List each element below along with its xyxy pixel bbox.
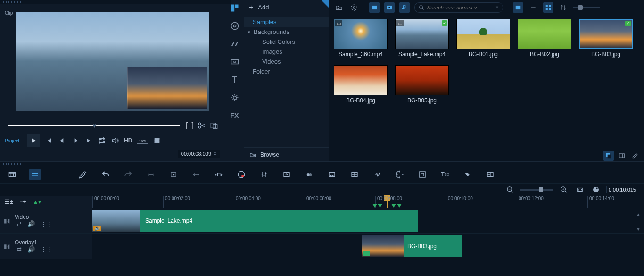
marker-toggle-icon[interactable]: ▲▾ xyxy=(33,199,41,205)
add-track-icon[interactable]: ≡+ xyxy=(20,199,26,205)
fit-project-button[interactable] xyxy=(574,184,586,195)
subtitle-button[interactable] xyxy=(326,169,338,180)
view-grid-button[interactable] xyxy=(543,2,553,13)
split-clip-icon[interactable] xyxy=(210,121,218,130)
add-folder-button[interactable]: + Add xyxy=(244,0,329,15)
video-track-header[interactable]: ▮◖ Video ⇄ 🔊 ⋮⋮ xyxy=(0,208,92,233)
link-icon[interactable]: ⇄ xyxy=(17,246,22,253)
multi-trim-button[interactable] xyxy=(304,169,315,180)
resize-button[interactable] xyxy=(153,136,161,145)
home-button[interactable] xyxy=(45,136,53,145)
filter-audio-button[interactable] xyxy=(399,2,410,13)
preview-grip[interactable] xyxy=(0,0,225,4)
stretch-tool-button[interactable] xyxy=(190,169,202,180)
filter-photo-button[interactable] xyxy=(384,2,395,13)
preview-timecode[interactable]: 00:00:08:009 ▲▼ xyxy=(178,150,220,158)
auto-music-button[interactable] xyxy=(281,169,292,180)
slide-tool-button[interactable] xyxy=(213,169,224,180)
timeline-timecode[interactable]: 0:00:10:015 xyxy=(606,186,638,193)
text-category-icon[interactable]: T xyxy=(230,75,240,85)
thumb-5[interactable]: BG-B04.jpg xyxy=(334,65,388,104)
library-pin-icon[interactable] xyxy=(603,151,614,161)
capture-button[interactable] xyxy=(349,2,359,13)
view-list-button[interactable] xyxy=(528,2,538,13)
thumb-3[interactable]: BG-B02.jpg xyxy=(518,19,571,58)
transition-category-icon[interactable] xyxy=(230,39,240,49)
end-button[interactable] xyxy=(84,136,93,145)
tools-button[interactable] xyxy=(77,169,89,180)
play-button[interactable] xyxy=(27,134,40,147)
mute-icon[interactable]: 🔊 xyxy=(27,220,35,227)
undo-button[interactable] xyxy=(100,169,111,180)
hd-toggle[interactable]: HD xyxy=(124,137,132,144)
thumb-0[interactable]: ▭Sample_360.mp4 xyxy=(334,19,388,58)
tree-backgrounds[interactable]: ▾Backgrounds xyxy=(244,27,329,37)
title-category-icon[interactable]: AB xyxy=(230,57,240,67)
clear-search-icon[interactable]: × xyxy=(495,4,499,11)
scrub-marker[interactable]: ♥ xyxy=(92,122,96,129)
fx-category-icon[interactable]: FX xyxy=(230,110,240,121)
mark-out[interactable]: ] xyxy=(192,121,194,130)
zoom-slider[interactable] xyxy=(520,189,553,191)
mute-icon[interactable]: 🔊 xyxy=(27,246,35,253)
thumb-6[interactable]: BG-B05.jpg xyxy=(395,65,449,104)
thumb-4[interactable]: ✓BG-B03.jpg xyxy=(579,19,633,58)
3d-title-button[interactable]: T3D xyxy=(439,169,451,180)
preview-canvas[interactable] xyxy=(0,4,225,119)
view-thumbnails-button[interactable] xyxy=(513,2,523,13)
browse-button[interactable]: Browse xyxy=(244,147,329,161)
aspect-ratio[interactable]: 16:9 xyxy=(137,138,148,144)
next-frame-button[interactable] xyxy=(71,136,80,145)
timeline-grip[interactable] xyxy=(0,162,644,166)
library-grip[interactable] xyxy=(225,0,231,4)
track-motion-button[interactable] xyxy=(394,169,405,180)
overlay-preview[interactable] xyxy=(127,67,207,109)
multicam-button[interactable] xyxy=(349,169,360,180)
track-manager-icon[interactable]: ☰± xyxy=(5,199,13,205)
thumb-2[interactable]: BG-B01.jpg xyxy=(456,19,510,58)
motion-button[interactable] xyxy=(372,169,383,180)
tree-images[interactable]: Images xyxy=(244,47,329,57)
edit-icon[interactable] xyxy=(630,151,640,161)
video-clip[interactable]: Sample_Lake.mp4 xyxy=(92,210,418,232)
redo-button[interactable] xyxy=(123,169,134,180)
overlay-clip[interactable]: BG-B03.jpg xyxy=(362,235,462,257)
zoom-out-button[interactable] xyxy=(504,184,516,195)
media-category-icon[interactable] xyxy=(230,3,240,13)
timeline-view-button[interactable] xyxy=(29,169,41,180)
sort-button[interactable] xyxy=(558,2,569,13)
audio-mixer-button[interactable] xyxy=(258,169,270,180)
mark-in[interactable]: [ xyxy=(186,121,188,130)
prev-frame-button[interactable] xyxy=(58,136,66,145)
overlay-track-header[interactable]: ▮◖ Overlay1 ⇄ 🔊 ⋮⋮ xyxy=(0,234,92,259)
overlay-category-icon[interactable] xyxy=(230,92,240,103)
storyboard-view-button[interactable] xyxy=(7,169,18,180)
record-button[interactable] xyxy=(236,169,247,180)
scrub-bar[interactable]: ♥ xyxy=(8,125,180,126)
audio-category-icon[interactable] xyxy=(230,21,240,31)
thumb-1[interactable]: ▭✓Sample_Lake.mp4 xyxy=(395,19,449,58)
scissors-icon[interactable] xyxy=(198,121,206,130)
tree-samples[interactable]: Samples xyxy=(244,17,329,27)
split-screen-button[interactable] xyxy=(485,169,496,180)
project-duration-icon[interactable] xyxy=(590,184,602,195)
repeat-button[interactable] xyxy=(98,136,106,145)
timeline-ruler[interactable]: 00:00:00:0000:00:02:0000:00:04:0000:00:0… xyxy=(92,196,644,208)
link-icon[interactable]: ⇄ xyxy=(17,220,22,227)
disable-icon[interactable]: ⋮⋮ xyxy=(41,246,53,253)
tree-videos[interactable]: Videos xyxy=(244,57,329,67)
mask-button[interactable] xyxy=(462,169,473,180)
trim-tool-button[interactable] xyxy=(145,169,157,180)
disable-icon[interactable]: ⋮⋮ xyxy=(41,220,53,227)
search-input[interactable] xyxy=(427,5,493,10)
slip-tool-button[interactable] xyxy=(168,169,179,180)
volume-button[interactable] xyxy=(111,136,119,145)
filter-video-button[interactable] xyxy=(369,2,380,13)
tree-folder[interactable]: Folder xyxy=(244,67,329,76)
tree-solid-colors[interactable]: Solid Colors xyxy=(244,37,329,47)
import-button[interactable] xyxy=(334,2,344,13)
thumb-size-slider[interactable] xyxy=(573,7,600,8)
search-box[interactable]: × xyxy=(414,2,503,13)
pan-zoom-button[interactable] xyxy=(417,169,428,180)
mode-labels[interactable]: Project Clip xyxy=(5,138,19,143)
